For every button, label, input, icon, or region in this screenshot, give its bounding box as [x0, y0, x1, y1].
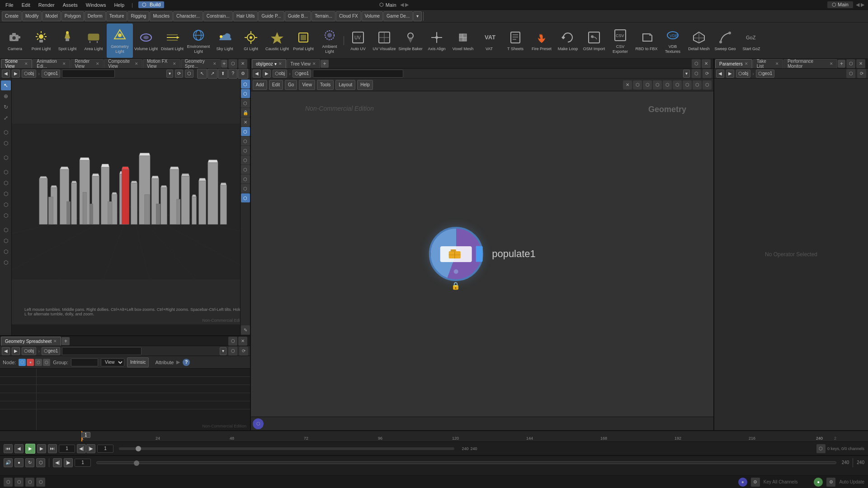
net-edit-btn[interactable]: Edit: [269, 80, 283, 90]
right-tab-add[interactable]: +: [838, 60, 845, 68]
view-settings-btn[interactable]: ⚙: [238, 69, 248, 79]
tb-model[interactable]: Model: [42, 11, 61, 21]
side-vis6[interactable]: ⬡: [241, 127, 250, 136]
tl-next-key[interactable]: |▶: [86, 444, 95, 453]
status-cog-btn[interactable]: ⚙: [751, 478, 760, 487]
geo-node-type3[interactable]: ⬡: [35, 359, 42, 366]
tool-gi-light[interactable]: GI Light: [238, 23, 264, 58]
panel-close-btn[interactable]: ✕: [238, 59, 247, 68]
tb-volume[interactable]: Volume: [362, 11, 383, 21]
geo-view-select[interactable]: View: [101, 358, 124, 366]
right-expand-btn[interactable]: ⬡: [846, 69, 855, 78]
side-vis9[interactable]: ⬡: [241, 155, 250, 164]
tool-portal-light[interactable]: Portal Light: [290, 23, 316, 58]
tl-audio-btn[interactable]: 🔊: [4, 458, 13, 467]
tool-sky-light[interactable]: Sky Light: [212, 23, 238, 58]
panel-config-btn[interactable]: ⬡: [228, 59, 237, 68]
lsi-select[interactable]: ↖: [1, 80, 11, 90]
tab-center-main[interactable]: obj/geoz ▾ ✕: [252, 59, 286, 68]
geo-spread-close-btn[interactable]: ✕: [238, 337, 247, 346]
tool-caustic-light[interactable]: Caustic Light: [264, 23, 290, 58]
tb-texture[interactable]: Texture: [106, 11, 127, 21]
geo-group-input[interactable]: [71, 358, 98, 366]
center-nav-geo[interactable]: ⬡ geo1: [292, 70, 311, 78]
menu-edit[interactable]: Edit: [18, 1, 34, 9]
tb-rigging[interactable]: Rigging: [127, 11, 149, 21]
center-expand-btn[interactable]: ⬡: [692, 69, 701, 78]
tool-auto-uv[interactable]: UV Auto UV: [345, 23, 371, 58]
net-add-btn[interactable]: Add: [253, 80, 267, 90]
tool-csv-exporter[interactable]: CSV CSV Exporter: [607, 23, 633, 58]
tl-scrub-handle[interactable]: [136, 446, 141, 451]
geo-spread-expand[interactable]: ⬡: [228, 337, 237, 346]
tb-muscles[interactable]: Muscles: [150, 11, 173, 21]
tree-tab-close[interactable]: ✕: [312, 61, 316, 66]
tl-next-frame[interactable]: ▶: [37, 444, 46, 453]
geo-help-btn[interactable]: ?: [183, 359, 190, 366]
nav-obj-btn[interactable]: ⬡ obj: [22, 70, 36, 78]
menu-windows[interactable]: Windows: [82, 1, 110, 9]
menu-render[interactable]: Render: [35, 1, 58, 9]
right-config-btn[interactable]: ⬡: [846, 59, 855, 68]
tl-prev-key[interactable]: ◀|: [77, 444, 86, 453]
tb-cloudfx[interactable]: Cloud FX: [336, 11, 361, 21]
net-view9[interactable]: ⬡: [703, 80, 712, 89]
lsi-parm5[interactable]: ⬡: [1, 211, 11, 221]
tb-polygon[interactable]: Polygon: [61, 11, 84, 21]
geo-node-type2[interactable]: ●: [27, 359, 34, 366]
side-vis2[interactable]: ⬡: [241, 89, 250, 98]
center-refresh-btn[interactable]: ⟳: [703, 69, 712, 78]
status-icon3[interactable]: ⬡: [25, 478, 34, 487]
lsi-rotate[interactable]: ↻: [1, 102, 11, 112]
tool-env-light[interactable]: Environment Light: [185, 23, 212, 58]
net-view-btn[interactable]: View: [299, 80, 315, 90]
params-tab-close[interactable]: ✕: [745, 61, 748, 66]
tb-guidep[interactable]: Guide P...: [258, 11, 284, 21]
center-config-btn[interactable]: ⬡: [692, 59, 701, 68]
tl-main-scrub[interactable]: [96, 461, 836, 464]
nav-back-btn[interactable]: ◀: [2, 70, 10, 78]
tl-play-btn[interactable]: ▶: [25, 444, 35, 454]
center-tab-close[interactable]: ✕: [278, 61, 282, 66]
node-circle[interactable]: [429, 227, 483, 281]
nav-geo-btn[interactable]: ⬡ geo1: [42, 70, 60, 78]
tab-render-close[interactable]: ✕: [96, 61, 99, 66]
tl-options1[interactable]: ⬡: [816, 444, 826, 453]
status-icon1[interactable]: ⬡: [4, 478, 13, 487]
right-nav-obj[interactable]: ⬡ obj: [736, 70, 750, 78]
right-nav-back[interactable]: ◀: [716, 70, 724, 78]
tab-parameters[interactable]: Parameters ✕: [715, 59, 752, 68]
tl-end-field[interactable]: [97, 445, 113, 453]
tool-vdb-textures[interactable]: VDB VDB Textures: [660, 23, 686, 58]
tab-geo-spread[interactable]: Geometry Spre... ✕: [181, 59, 221, 68]
net-view2[interactable]: ⬡: [633, 80, 642, 89]
lsi-parm2[interactable]: ⬡: [1, 178, 11, 188]
tool-volume-light[interactable]: Volume Light: [133, 23, 159, 58]
tb-guideb[interactable]: Guide B...: [285, 11, 311, 21]
geo-options-btn[interactable]: ▾: [220, 347, 226, 355]
path-input[interactable]: [62, 70, 115, 78]
tl-start-field[interactable]: [59, 445, 75, 453]
geo-nav-geo[interactable]: ⬡ geo1: [42, 347, 60, 355]
tool-rbd-fbx[interactable]: RBD to FBX: [633, 23, 660, 58]
tab-scene-close[interactable]: ✕: [24, 61, 28, 66]
side-vis1[interactable]: ⬡: [241, 80, 250, 89]
tl-main-scrub-handle[interactable]: [134, 460, 139, 466]
geo-nav-forward[interactable]: ▶: [12, 347, 20, 355]
tab-take-list[interactable]: Take List ✕: [753, 59, 783, 68]
side-vis3[interactable]: ⬡: [241, 99, 250, 108]
perf-tab-close[interactable]: ✕: [830, 61, 833, 66]
view-select3-btn[interactable]: ⬆: [218, 69, 228, 79]
tl-frame-prev[interactable]: ◀|: [53, 458, 62, 467]
net-tools-btn[interactable]: Tools: [317, 80, 334, 90]
tl-go-end[interactable]: ⏭: [48, 444, 57, 453]
lsi-parm9[interactable]: ⬡: [1, 258, 11, 267]
tool-fire-preset[interactable]: Fire Preset: [528, 23, 555, 58]
tab-anim-edit[interactable]: Animation Edi... ✕: [33, 59, 70, 68]
tool-uv-visualize[interactable]: UV Visualize: [371, 23, 397, 58]
center-nav-obj[interactable]: ⬡ obj: [273, 70, 287, 78]
side-edit[interactable]: ✎: [241, 325, 250, 334]
geo-node-type4[interactable]: ⬡: [43, 359, 50, 366]
geo-spread-add[interactable]: +: [61, 337, 70, 345]
auto-update-cog[interactable]: ⚙: [826, 478, 835, 487]
